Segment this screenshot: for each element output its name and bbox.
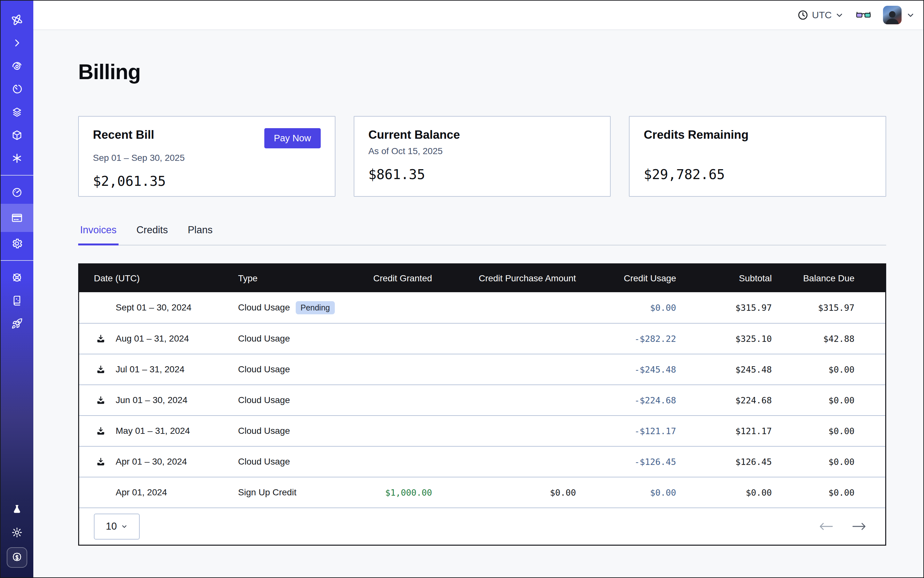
table-row: Jul 01 – 31, 2024Cloud Usage-$245.48$245… bbox=[79, 354, 885, 385]
page-size-select[interactable]: 10 bbox=[94, 514, 140, 539]
invoice-type-cell: Cloud UsagePending bbox=[238, 301, 350, 314]
table-row: Aug 01 – 31, 2024Cloud Usage-$282.22$325… bbox=[79, 323, 885, 354]
chevron-right-icon bbox=[12, 38, 22, 48]
table-header-row: Date (UTC)TypeCredit GrantedCredit Purch… bbox=[79, 264, 885, 292]
invoice-type-cell: Cloud Usage bbox=[238, 426, 350, 436]
subtotal-value: $0.00 bbox=[676, 488, 772, 498]
timer-icon bbox=[11, 83, 23, 95]
flask-icon bbox=[11, 504, 23, 515]
sidebar-item-deployments[interactable] bbox=[1, 124, 33, 147]
sidebar-item-usage[interactable] bbox=[1, 181, 33, 204]
invoice-type-cell: Cloud Usage bbox=[238, 395, 350, 405]
sidebar-item-labs[interactable] bbox=[1, 498, 33, 521]
cube-icon bbox=[11, 130, 23, 141]
sidebar-item-docs[interactable] bbox=[1, 289, 33, 312]
invoice-period: Sept 01 – 30, 2024 bbox=[116, 302, 192, 313]
invoice-date-cell: Apr 01, 2024 bbox=[94, 487, 238, 498]
pagination-controls bbox=[819, 522, 866, 531]
timezone-label: UTC bbox=[812, 10, 832, 21]
arrow-right-icon bbox=[852, 522, 866, 531]
sidebar-item-workers[interactable] bbox=[1, 266, 33, 289]
table-footer: 10 bbox=[79, 508, 885, 545]
download-invoice-button[interactable] bbox=[94, 395, 116, 405]
pricing-button[interactable] bbox=[7, 547, 27, 568]
invoice-type-label: Cloud Usage bbox=[238, 456, 290, 467]
balance-due-value: $0.00 bbox=[772, 395, 854, 405]
balance-due-value: $42.88 bbox=[772, 334, 854, 344]
theme-toggle[interactable] bbox=[1, 521, 33, 544]
sidebar-item-billing[interactable] bbox=[1, 204, 33, 232]
subtotal-value: $121.17 bbox=[676, 426, 772, 436]
helm-icon bbox=[11, 272, 23, 283]
sidebar-item-namespaces[interactable] bbox=[1, 101, 33, 124]
credits-remaining-amount: $29,782.65 bbox=[644, 167, 872, 182]
invoice-type-cell: Cloud Usage bbox=[238, 456, 350, 467]
credit-usage-value: -$245.48 bbox=[576, 365, 676, 375]
rocket-icon bbox=[11, 318, 23, 330]
invoice-period: Jun 01 – 30, 2024 bbox=[116, 395, 187, 405]
card-title: Current Balance bbox=[369, 128, 460, 141]
pay-now-button[interactable]: Pay Now bbox=[264, 128, 321, 148]
credit-purchase-value: $0.00 bbox=[432, 488, 576, 498]
timezone-selector[interactable]: UTC bbox=[797, 9, 844, 21]
subtotal-value: $315.97 bbox=[676, 303, 772, 313]
invoice-type-label: Sign Up Credit bbox=[238, 487, 296, 498]
prev-page-button[interactable] bbox=[819, 522, 833, 531]
sidebar-collapse-toggle[interactable] bbox=[1, 31, 33, 54]
current-balance-card: Current Balance As of Oct 15, 2025 $861.… bbox=[354, 116, 611, 197]
gauge-icon bbox=[11, 187, 23, 198]
download-invoice-button[interactable] bbox=[94, 457, 116, 467]
app-window: UTC Billing bbox=[0, 0, 924, 578]
credit-usage-value: $0.00 bbox=[576, 303, 676, 313]
download-invoice-button[interactable] bbox=[94, 365, 116, 375]
main-area: UTC Billing bbox=[33, 1, 923, 577]
summary-cards: Recent Bill Pay Now Sep 01 – Sep 30, 202… bbox=[78, 116, 886, 197]
dollar-seal-icon bbox=[11, 551, 23, 563]
balance-due-value: $0.00 bbox=[772, 365, 854, 375]
sidebar-item-settings[interactable] bbox=[1, 232, 33, 255]
balance-due-value: $0.00 bbox=[772, 426, 854, 436]
tab-plans[interactable]: Plans bbox=[186, 224, 215, 245]
sidebar-item-monitor[interactable] bbox=[1, 54, 33, 78]
table-row: Apr 01, 2024Sign Up Credit$1,000.00$0.00… bbox=[79, 477, 885, 508]
tab-credits[interactable]: Credits bbox=[135, 224, 170, 245]
download-icon bbox=[96, 426, 106, 436]
billing-card-icon bbox=[11, 212, 23, 224]
column-header-subtotal: Subtotal bbox=[676, 273, 772, 284]
download-icon bbox=[96, 365, 106, 375]
download-icon bbox=[96, 334, 106, 344]
asterisk-icon bbox=[11, 153, 23, 164]
invoice-period: May 01 – 31, 2024 bbox=[116, 426, 190, 436]
reader-mode-button[interactable] bbox=[856, 11, 871, 19]
next-page-button[interactable] bbox=[852, 522, 866, 531]
card-title: Recent Bill bbox=[93, 128, 154, 141]
sidebar-item-getting-started[interactable] bbox=[1, 312, 33, 335]
page-title: Billing bbox=[78, 60, 886, 84]
invoice-type-cell: Sign Up Credit bbox=[238, 487, 350, 498]
spiral-icon bbox=[11, 60, 23, 72]
user-avatar bbox=[883, 6, 901, 24]
column-header-type: Type bbox=[238, 273, 350, 284]
tab-invoices[interactable]: Invoices bbox=[78, 224, 119, 245]
chevron-down-icon bbox=[906, 11, 915, 19]
download-invoice-button[interactable] bbox=[94, 426, 116, 436]
table-row: Apr 01 – 30, 2024Cloud Usage-$126.45$126… bbox=[79, 446, 885, 477]
sidebar-item-nexus[interactable] bbox=[1, 147, 33, 170]
page-size-value: 10 bbox=[106, 521, 117, 532]
billing-page: Billing Recent Bill Pay Now Sep 01 – Sep… bbox=[33, 30, 923, 577]
invoice-type-label: Cloud Usage bbox=[238, 302, 290, 313]
invoice-type-label: Cloud Usage bbox=[238, 395, 290, 405]
layers-icon bbox=[11, 106, 23, 118]
invoice-date-cell: Jun 01 – 30, 2024 bbox=[94, 395, 238, 405]
user-menu[interactable] bbox=[883, 6, 915, 24]
invoice-type-label: Cloud Usage bbox=[238, 364, 290, 375]
sidebar-item-schedules[interactable] bbox=[1, 78, 33, 101]
card-title: Credits Remaining bbox=[644, 128, 749, 141]
balance-as-of-date: As of Oct 15, 2025 bbox=[369, 146, 596, 157]
table-row: Sept 01 – 30, 2024Cloud UsagePending$0.0… bbox=[79, 292, 885, 323]
credit-usage-value: -$282.22 bbox=[576, 334, 676, 344]
invoice-date-cell: Sept 01 – 30, 2024 bbox=[94, 302, 238, 313]
download-invoice-button[interactable] bbox=[94, 334, 116, 344]
balance-due-value: $0.00 bbox=[772, 488, 854, 498]
app-logo[interactable] bbox=[1, 8, 33, 31]
